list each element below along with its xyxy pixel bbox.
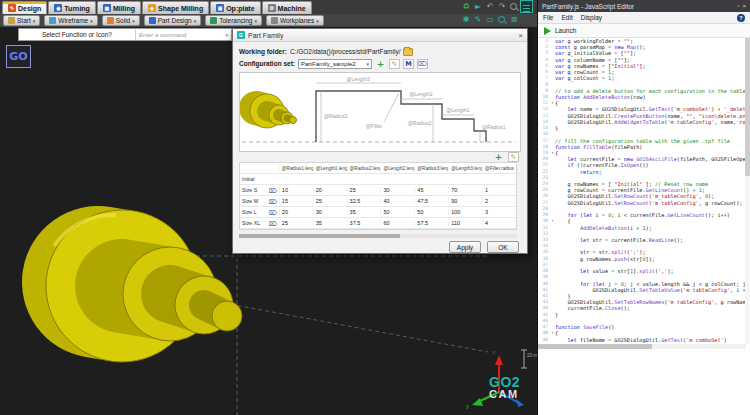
edit-set-icon[interactable]: ✎ [389, 59, 400, 69]
config-set-combobox[interactable]: PartFamily_sample2 ▾ [298, 59, 372, 69]
sync-icon[interactable]: ♻ [460, 1, 472, 13]
tab-design[interactable]: ✎Design [2, 1, 47, 14]
table-cell[interactable]: 110 [448, 220, 482, 226]
add-config-icon[interactable]: + [493, 152, 504, 162]
table-cell[interactable]: 10 [279, 187, 313, 193]
table-cell[interactable]: 25 [347, 187, 381, 193]
delete-row-icon[interactable]: ⌦ [267, 198, 279, 205]
table-cell[interactable]: 35 [347, 209, 381, 215]
menu-display[interactable]: Display [581, 14, 602, 21]
code-editor[interactable]: 1var g_workingFolder = "";2const g_param… [538, 38, 746, 343]
table-cell[interactable]: 37.5 [347, 220, 381, 226]
delete-row-icon[interactable]: ⌦ [267, 209, 279, 216]
menu-edit[interactable]: Edit [561, 14, 572, 21]
table-row[interactable]: Size L⌦20303550501003 [240, 207, 516, 218]
edit-config-icon[interactable]: ✎ [508, 152, 519, 162]
code-text[interactable]: let fileName = GO2SDialogUtil.GetText('m… [555, 337, 746, 343]
delete-row-icon[interactable]: ⌦ [267, 187, 279, 194]
table-cell[interactable]: 1 [482, 187, 516, 193]
table-cell[interactable]: 3 [482, 209, 516, 215]
pin-icon[interactable]: ▫ [737, 3, 739, 9]
table-row[interactable]: Size S⌦1020253045701 [240, 185, 516, 196]
pointer-icon[interactable]: ► [472, 1, 484, 13]
launch-toolbar: Launch [538, 24, 750, 38]
undo-icon[interactable]: ↶ [484, 1, 496, 13]
add-set-icon[interactable]: + [375, 59, 386, 69]
table-cell[interactable]: 35 [313, 220, 347, 226]
delete-icon[interactable]: ▭ [484, 14, 496, 26]
table-cell[interactable]: 25 [313, 198, 347, 204]
ok-button[interactable]: OK [487, 241, 519, 253]
table-cell[interactable]: 4 [482, 220, 516, 226]
code-line[interactable]: 49 let fileName = GO2SDialogUtil.GetText… [538, 337, 746, 343]
tab-machine[interactable]: ⚙Machine [262, 1, 312, 14]
close-icon[interactable]: × [742, 3, 746, 9]
table-cell[interactable]: 70 [448, 187, 482, 193]
tool-start[interactable]: Start▾ [3, 15, 40, 26]
tab-milling[interactable]: ▦Milling [97, 1, 141, 14]
close-icon[interactable]: × [518, 31, 523, 40]
milling-icon: ▦ [103, 4, 111, 12]
table-cell[interactable]: 15 [279, 198, 313, 204]
table-cell[interactable]: 32.5 [347, 198, 381, 204]
table-cell[interactable]: 47.5 [414, 198, 448, 204]
table-cell[interactable]: 45 [414, 187, 448, 193]
tab-op-plate[interactable]: ▣Op:plate [210, 1, 260, 14]
column-header: @Radius3.length [414, 166, 448, 171]
editor-hscrollbar[interactable] [538, 344, 746, 349]
table-cell[interactable]: 25 [279, 220, 313, 226]
editor-titlebar[interactable]: PartFamily.js - JavaScript Editor ▫ × [538, 0, 750, 12]
function-selector-button[interactable]: Select Function or Icon? [19, 29, 136, 40]
table-cell[interactable]: 60 [380, 220, 414, 226]
table-cell[interactable]: 100 [448, 209, 482, 215]
search-icon[interactable] [508, 1, 520, 13]
tab-turning[interactable]: ◉Turning [48, 1, 96, 14]
table-cell[interactable]: 20 [313, 187, 347, 193]
zoom-fit-icon[interactable]: ⊠ [508, 14, 520, 26]
measure-icon[interactable]: ✎ [472, 14, 484, 26]
dialog-titlebar[interactable]: G Part Family × [233, 29, 527, 42]
launch-button[interactable]: Launch [555, 27, 576, 34]
tool-workplanes[interactable]: Workplanes▾ [266, 15, 324, 26]
settings-icon[interactable]: ✱ [460, 14, 472, 26]
table-cell[interactable]: 50 [414, 209, 448, 215]
tool-wireframe[interactable]: Wireframe▾ [44, 15, 98, 26]
apply-button[interactable]: Apply [449, 241, 481, 253]
zoom-icon[interactable] [496, 14, 508, 26]
dim-length1: @Length1 [446, 107, 469, 113]
delete-set-icon[interactable]: ⌦ [417, 59, 428, 69]
command-combobox[interactable]: Enter a command ▾ [136, 29, 231, 40]
menu-file[interactable]: File [543, 14, 553, 21]
editor-vscrollbar[interactable] [745, 38, 750, 344]
tool-part-design[interactable]: Part Design▾ [144, 15, 201, 26]
working-folder-label: Working folder: [239, 48, 287, 55]
table-cell[interactable]: 30 [380, 187, 414, 193]
solid-icon [107, 17, 114, 24]
table-cell[interactable]: 90 [448, 198, 482, 204]
redo-icon[interactable]: ↷ [496, 1, 508, 13]
script-editor-toggle-icon[interactable] [520, 0, 533, 13]
go-badge[interactable]: GO [6, 45, 31, 68]
table-cell[interactable]: 2 [482, 198, 516, 204]
delete-row-icon[interactable]: ⌦ [267, 220, 279, 227]
profile-sketch: @Length3 @Length2 @Length1 @Radius3 @Rad… [316, 76, 506, 142]
tool-solid[interactable]: Solid▾ [102, 15, 140, 26]
rename-set-icon[interactable]: M [403, 59, 414, 69]
opplate-icon: ▣ [216, 4, 224, 12]
tool-tolerancing[interactable]: Tolerancing▾ [205, 15, 262, 26]
help-icon[interactable]: ? [737, 14, 745, 22]
table-row[interactable]: Initial [240, 174, 516, 185]
command-placeholder: Enter a command [139, 32, 186, 38]
turned-part-model[interactable] [46, 210, 242, 362]
tab-shape-milling[interactable]: ◆Shape Milling [142, 1, 209, 14]
table-cell[interactable]: 57.5 [414, 220, 448, 226]
folder-icon[interactable] [403, 48, 413, 56]
tool-label: Start [17, 17, 31, 24]
table-cell[interactable]: 20 [279, 209, 313, 215]
play-icon[interactable] [544, 27, 551, 35]
table-row[interactable]: Size M⌦152532.54047.5902 [240, 196, 516, 207]
table-cell[interactable]: 30 [313, 209, 347, 215]
table-row[interactable]: Size XL⌦253537.56057.51104 [240, 218, 516, 229]
table-cell[interactable]: 50 [380, 209, 414, 215]
table-cell[interactable]: 40 [380, 198, 414, 204]
